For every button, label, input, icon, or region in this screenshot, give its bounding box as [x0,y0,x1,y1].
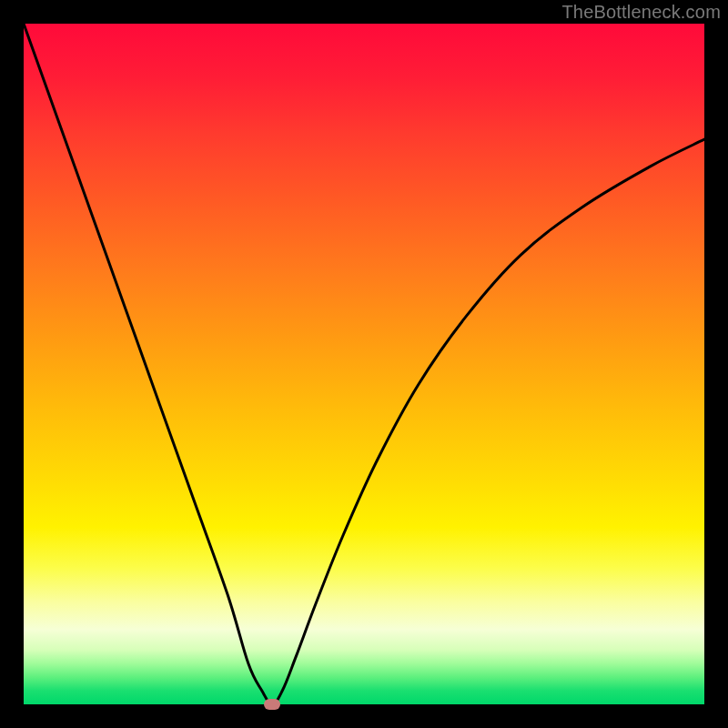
curve-path [24,24,704,704]
optimal-point-marker [264,699,280,710]
chart-plot-area [24,24,704,704]
watermark-text: TheBottleneck.com [561,2,721,23]
bottleneck-curve [24,24,704,704]
chart-frame: TheBottleneck.com [0,0,728,728]
